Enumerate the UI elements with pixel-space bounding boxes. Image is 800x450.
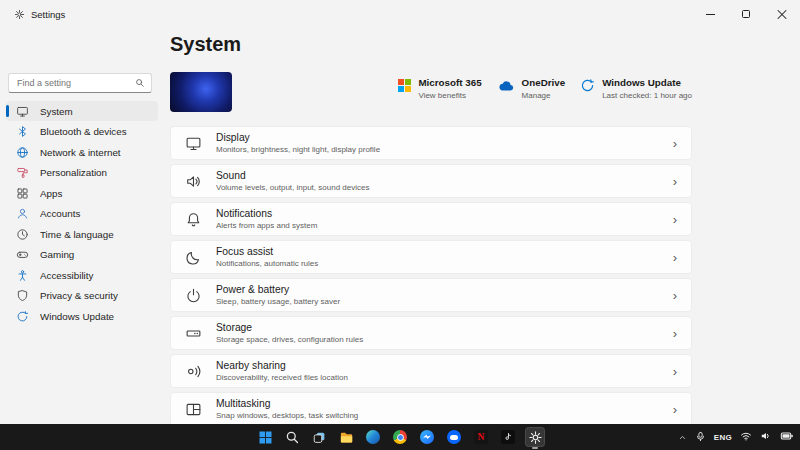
setting-row-display[interactable]: Display Monitors, brightness, night ligh… bbox=[170, 126, 692, 160]
sidebar-item-privacy-security[interactable]: Privacy & security bbox=[6, 286, 158, 306]
zalo-button[interactable] bbox=[444, 427, 464, 447]
setting-description: Notifications, automatic rules bbox=[216, 259, 318, 268]
sidebar-item-gaming[interactable]: Gaming bbox=[6, 245, 158, 265]
taskbar-search-button[interactable] bbox=[282, 427, 302, 447]
chevron-right-icon: › bbox=[673, 251, 677, 264]
setting-description: Monitors, brightness, night light, displ… bbox=[216, 145, 380, 154]
main-content: System Microsoft 365 View benefits bbox=[170, 28, 692, 424]
messenger-button[interactable] bbox=[417, 427, 437, 447]
setting-row-notifications[interactable]: Notifications Alerts from apps and syste… bbox=[170, 202, 692, 236]
tray-chevron-up-icon[interactable] bbox=[678, 428, 687, 446]
search-input[interactable] bbox=[9, 78, 135, 88]
status-card-subtitle: Last checked: 1 hour ago bbox=[602, 91, 692, 100]
taskbar-center: N bbox=[255, 424, 545, 450]
setting-row-nearby-sharing[interactable]: Nearby sharing Discoverability, received… bbox=[170, 354, 692, 388]
update-arrows-icon bbox=[16, 310, 29, 323]
speaker-icon bbox=[185, 173, 202, 190]
sidebar-item-label: Windows Update bbox=[40, 311, 114, 322]
setting-description: Snap windows, desktops, task switching bbox=[216, 411, 358, 420]
search-box[interactable] bbox=[8, 73, 152, 93]
sidebar-item-label: Apps bbox=[40, 188, 62, 199]
setting-description: Alerts from apps and system bbox=[216, 221, 317, 230]
sidebar-item-label: Personalization bbox=[40, 167, 107, 178]
status-card-subtitle[interactable]: Manage bbox=[522, 91, 566, 100]
file-explorer-button[interactable] bbox=[336, 427, 356, 447]
settings-list: Display Monitors, brightness, night ligh… bbox=[170, 126, 692, 424]
setting-label: Focus assist bbox=[216, 246, 318, 257]
chevron-right-icon: › bbox=[673, 289, 677, 302]
display-icon bbox=[185, 135, 202, 152]
device-thumbnail bbox=[170, 72, 232, 112]
start-button[interactable] bbox=[255, 427, 275, 447]
sidebar-item-windows-update[interactable]: Windows Update bbox=[6, 306, 158, 326]
bluetooth-icon bbox=[16, 125, 29, 138]
taskbar: N ENG bbox=[0, 424, 800, 450]
system-icon bbox=[16, 105, 29, 118]
netflix-button[interactable]: N bbox=[471, 427, 491, 447]
status-cards: Microsoft 365 View benefits OneDrive Man… bbox=[398, 72, 692, 100]
setting-label: Nearby sharing bbox=[216, 360, 348, 371]
edge-button[interactable] bbox=[363, 427, 383, 447]
sidebar-item-label: Privacy & security bbox=[40, 290, 118, 301]
maximize-button[interactable] bbox=[728, 0, 764, 28]
setting-row-storage[interactable]: Storage Storage space, drives, configura… bbox=[170, 316, 692, 350]
settings-taskbar-button[interactable] bbox=[525, 427, 545, 447]
wifi-icon[interactable] bbox=[740, 428, 752, 446]
task-view-button[interactable] bbox=[309, 427, 329, 447]
sidebar-item-time-language[interactable]: Time & language bbox=[6, 224, 158, 244]
sidebar-item-accounts[interactable]: Accounts bbox=[6, 204, 158, 224]
setting-description: Storage space, drives, configuration rul… bbox=[216, 335, 363, 344]
task-view-icon bbox=[312, 430, 327, 445]
volume-icon[interactable] bbox=[760, 428, 772, 446]
bell-icon bbox=[185, 211, 202, 228]
status-card-title: Windows Update bbox=[602, 77, 692, 88]
status-card-onedrive[interactable]: OneDrive Manage bbox=[497, 77, 566, 100]
search-icon bbox=[135, 78, 145, 88]
tiktok-button[interactable] bbox=[498, 427, 518, 447]
minimize-button[interactable] bbox=[692, 0, 728, 28]
status-card-windows-update[interactable]: Windows Update Last checked: 1 hour ago bbox=[580, 77, 692, 100]
sidebar-item-network-internet[interactable]: Network & internet bbox=[6, 142, 158, 162]
sidebar-item-label: Time & language bbox=[40, 229, 114, 240]
chrome-button[interactable] bbox=[390, 427, 410, 447]
setting-row-multitasking[interactable]: Multitasking Snap windows, desktops, tas… bbox=[170, 392, 692, 424]
globe-icon bbox=[16, 146, 29, 159]
setting-label: Multitasking bbox=[216, 398, 358, 409]
sidebar-item-system[interactable]: System bbox=[6, 101, 158, 121]
sidebar-item-personalization[interactable]: Personalization bbox=[6, 163, 158, 183]
close-button[interactable] bbox=[764, 0, 800, 28]
chrome-icon bbox=[393, 430, 407, 444]
window-title: Settings bbox=[31, 9, 65, 20]
battery-icon[interactable] bbox=[780, 428, 794, 446]
apps-grid-icon bbox=[16, 187, 29, 200]
microphone-icon[interactable] bbox=[695, 428, 706, 446]
settings-window: Settings System Bluetooth & devices Ne bbox=[0, 0, 800, 450]
chevron-right-icon: › bbox=[673, 403, 677, 416]
messenger-icon bbox=[420, 430, 434, 444]
sidebar-item-label: System bbox=[40, 106, 73, 117]
sidebar-item-accessibility[interactable]: Accessibility bbox=[6, 265, 158, 285]
sidebar-item-label: Accessibility bbox=[40, 270, 93, 281]
chevron-right-icon: › bbox=[673, 175, 677, 188]
sidebar-item-label: Gaming bbox=[40, 249, 74, 260]
sidebar-item-apps[interactable]: Apps bbox=[6, 183, 158, 203]
setting-row-sound[interactable]: Sound Volume levels, output, input, soun… bbox=[170, 164, 692, 198]
device-header: Microsoft 365 View benefits OneDrive Man… bbox=[170, 72, 692, 112]
edge-icon bbox=[366, 430, 380, 444]
microsoft-logo-icon bbox=[398, 79, 411, 92]
close-icon bbox=[777, 9, 788, 20]
setting-description: Sleep, battery usage, battery saver bbox=[216, 297, 340, 306]
chevron-right-icon: › bbox=[673, 365, 677, 378]
status-card-microsoft-365[interactable]: Microsoft 365 View benefits bbox=[398, 77, 481, 100]
status-card-subtitle[interactable]: View benefits bbox=[418, 91, 481, 100]
language-indicator[interactable]: ENG bbox=[714, 433, 732, 442]
maximize-icon bbox=[742, 10, 750, 18]
setting-row-focus-assist[interactable]: Focus assist Notifications, automatic ru… bbox=[170, 240, 692, 274]
window-controls bbox=[692, 0, 800, 28]
sidebar-nav: System Bluetooth & devices Network & int… bbox=[0, 101, 164, 326]
game-controller-icon bbox=[16, 248, 29, 261]
sidebar-item-bluetooth-devices[interactable]: Bluetooth & devices bbox=[6, 122, 158, 142]
person-icon bbox=[16, 207, 29, 220]
setting-row-power-battery[interactable]: Power & battery Sleep, battery usage, ba… bbox=[170, 278, 692, 312]
minimize-icon bbox=[706, 14, 715, 15]
